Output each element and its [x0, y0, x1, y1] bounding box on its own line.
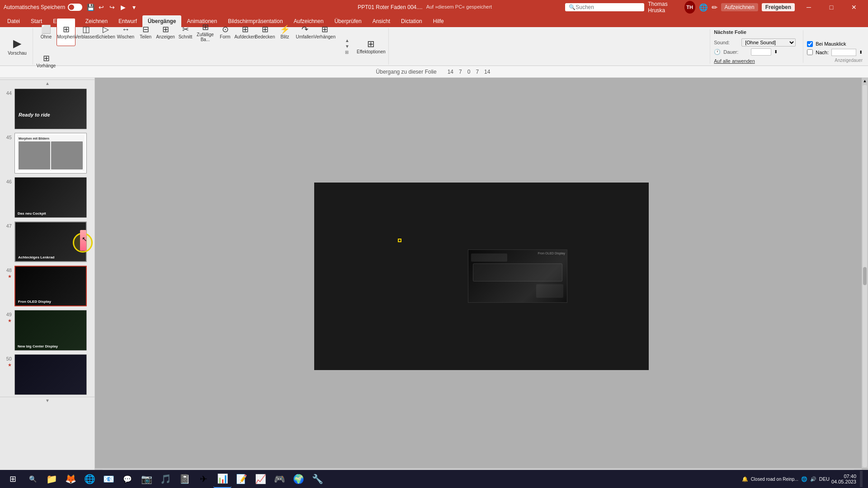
taskbar-app16[interactable]: 🌍 [289, 470, 307, 488]
ribbon-group-vorschau: ▶ Vorschau [2, 28, 33, 65]
taskbar-word[interactable]: 📝 [232, 470, 250, 488]
canvas-scroll-thumb[interactable] [863, 85, 867, 467]
taskbar-onenote[interactable]: 📓 [175, 470, 193, 488]
transition-ohne[interactable]: ⬜ Ohne [37, 18, 56, 46]
share-button[interactable]: Freigeben [762, 3, 795, 11]
slide-thumb-49[interactable]: New big Center Display [14, 310, 87, 351]
transition-bedecken[interactable]: ⊞ Bedecken [255, 18, 274, 46]
show-desktop-btn[interactable] [860, 471, 863, 487]
clock-icon: 🕐 [714, 49, 721, 55]
canvas-vscroll[interactable]: ▲ ▼ [862, 78, 868, 474]
taskbar-excel[interactable]: 📈 [251, 470, 269, 488]
transition-morphen[interactable]: ⊞ Morphen [57, 18, 75, 46]
dauer-input[interactable]: 02,00 [751, 48, 771, 56]
taskbar-firefox[interactable]: 🦊 [61, 470, 80, 488]
taskbar-app17[interactable]: 🔧 [308, 470, 326, 488]
search-box[interactable]: 🔍 [565, 3, 644, 11]
taskbar-chrome[interactable]: 🌐 [80, 470, 99, 488]
taskbar-powerpoint[interactable]: 📊 [213, 470, 231, 488]
slide-thumb-47[interactable]: Achteckiges Lenkrad ↖ [14, 221, 87, 262]
save-icon[interactable]: 💾 [86, 3, 95, 12]
tab-ansicht[interactable]: Ansicht [367, 15, 396, 27]
taskbar-photo[interactable]: 📷 [137, 470, 156, 488]
slide-item-48[interactable]: 48 ★ Fron OLED Display [0, 264, 94, 308]
slide-image-container[interactable]: Fron OLED Display [468, 249, 567, 303]
volume-icon[interactable]: 🔊 [810, 476, 816, 482]
canvas-scroll-up[interactable]: ▲ [862, 78, 868, 84]
slide-canvas-area[interactable]: Fron OLED Display ▲ ▼ ◄ ► [95, 78, 868, 474]
pen-icon[interactable]: ✏ [712, 3, 717, 12]
effektoptionen-button[interactable]: ⊞ Effektoptionen [358, 33, 385, 61]
slide-item-47[interactable]: 47 Achteckiges Lenkrad ↖ [0, 220, 94, 264]
more-icon[interactable]: ▾ [129, 3, 138, 12]
ribbon: ▶ Vorschau ⬜ Ohne ⊞ Morphen ◫ Verblassen… [0, 27, 868, 66]
taskbar-outlook[interactable]: 📧 [99, 470, 118, 488]
nach-spin[interactable]: ⬍ [859, 50, 863, 55]
slide-thumb-50[interactable] [14, 354, 87, 395]
maximize-button[interactable]: □ [821, 0, 842, 14]
bei-mausklick-checkbox[interactable] [807, 41, 813, 47]
global-icon[interactable]: 🌐 [699, 3, 708, 12]
tab-hilfe[interactable]: Hilfe [428, 15, 449, 27]
dauer-label: Dauer: [723, 49, 748, 55]
taskbar-clock[interactable]: 07:40 04.05.2023 [831, 474, 856, 484]
slide-panel: ▲ 44 Ready to ride 45 Morphen mit Bilder… [0, 78, 95, 474]
taskbar-teams[interactable]: 💬 [118, 470, 137, 488]
slide-item-49[interactable]: 49 ★ New big Center Display [0, 308, 94, 352]
apply-all-button[interactable]: Auf alle anwenden [714, 58, 755, 64]
slide-thumb-48[interactable]: Fron OLED Display [14, 266, 87, 306]
timing-area: Bei Mausklick Nach: 00:00,00 ⬍ Anzeigeda… [803, 30, 863, 63]
taskbar-files[interactable]: 📁 [42, 470, 61, 488]
vorschau-icon: ▶ [13, 37, 21, 50]
close-button[interactable]: ✕ [844, 0, 864, 14]
tab-datei[interactable]: Datei [2, 15, 25, 27]
transition-blitz[interactable]: ⚡ Blitz [275, 18, 294, 46]
slide-item-46[interactable]: 46 Das neu Cockpit [0, 175, 94, 220]
slide-thumb-46[interactable]: Das neu Cockpit [14, 177, 87, 218]
transition-schnitt[interactable]: ✂ Schnitt [176, 18, 195, 46]
present-icon[interactable]: ▶ [118, 3, 127, 12]
slide-item-50[interactable]: 50 ★ [0, 352, 94, 397]
transition-anzeigen[interactable]: ⊞ Anzeigen [156, 18, 175, 46]
transition-wischen[interactable]: ↔ Wischen [116, 18, 135, 46]
transition-aufdecken[interactable]: ⊞ Aufdecken [236, 18, 255, 46]
transition-teilen[interactable]: ⊟ Teilen [136, 18, 155, 46]
slide-item-45[interactable]: 45 Morphen mit Bildern [0, 131, 94, 175]
slide-thumb-45[interactable]: Morphen mit Bildern [14, 133, 87, 174]
transition-verblassen[interactable]: ◫ Verblassen [76, 18, 95, 46]
transition-schieben[interactable]: ▷ Schieben [96, 18, 115, 46]
minimize-button[interactable]: ─ [798, 0, 819, 14]
notification-icon[interactable]: 🔔 [742, 476, 748, 482]
car-image: Fron OLED Display [468, 249, 567, 303]
sidebar-scroll-up[interactable]: ▲ [0, 80, 95, 87]
sidebar-scroll-down[interactable]: ▼ [0, 397, 95, 404]
cursor-indicator: ↖ [82, 235, 87, 243]
undo-icon[interactable]: ↩ [97, 3, 106, 12]
windows-start-button[interactable]: ⊞ [2, 470, 24, 488]
transition-zufaellige[interactable]: ⊞ Zufällige Ba... [196, 18, 215, 46]
sound-select[interactable]: [Ohne Sound] [741, 38, 796, 47]
expand-icon[interactable]: ⊞ [345, 50, 349, 55]
taskbar-search[interactable]: 🔍 [24, 470, 42, 488]
search-input[interactable] [576, 4, 639, 10]
autosave-toggle[interactable] [68, 4, 82, 11]
scroll-down-icon[interactable]: ▼ [345, 44, 349, 49]
slide-item-44[interactable]: 44 Ready to ride [0, 87, 94, 131]
dauer-spin[interactable]: ⬍ [774, 49, 778, 54]
nach-checkbox[interactable] [807, 49, 813, 55]
taskbar-app15[interactable]: 🎮 [270, 470, 288, 488]
nach-input[interactable]: 00:00,00 [831, 49, 856, 56]
redo-icon[interactable]: ↪ [108, 3, 117, 12]
network-icon[interactable]: 🌐 [801, 476, 807, 482]
taskbar-telegram[interactable]: ✈ [194, 470, 212, 488]
scroll-up-icon[interactable]: ▲ [345, 38, 349, 43]
slide-thumb-44[interactable]: Ready to ride [14, 89, 87, 129]
record-button[interactable]: Aufzeichnen [721, 3, 758, 11]
transition-vorhaenge[interactable]: ⊞ Vorhänge [37, 47, 56, 75]
taskbar-onedriver[interactable]: 🎵 [156, 470, 175, 488]
transition-form[interactable]: ⊙ Form [216, 18, 235, 46]
transition-verhaengen[interactable]: ⊞ Verhängen [315, 18, 334, 46]
transition-umfallen[interactable]: ↷ Umfallen [295, 18, 314, 46]
tab-dictation[interactable]: Dictation [396, 15, 428, 27]
vorschau-button[interactable]: ▶ Vorschau [5, 33, 29, 61]
